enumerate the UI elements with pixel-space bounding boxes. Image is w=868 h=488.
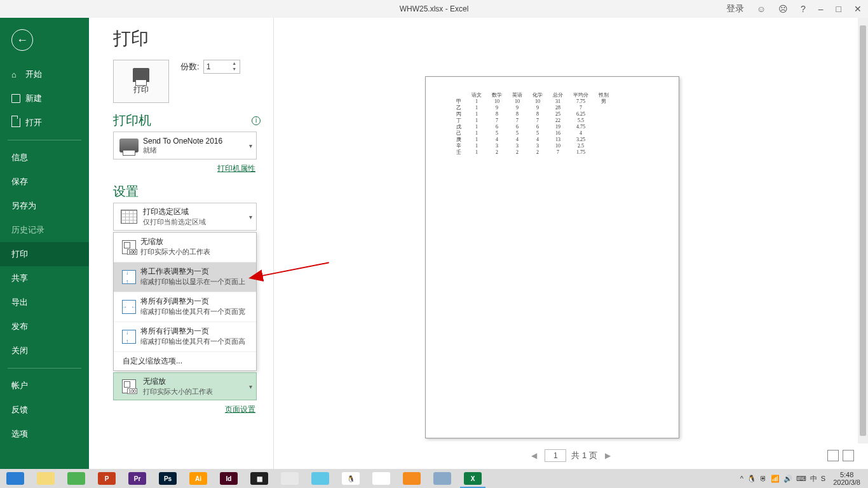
taskbar-app[interactable]: ▦: [244, 469, 275, 488]
home-icon: ⌂: [11, 70, 20, 79]
taskbar-app[interactable]: X: [458, 469, 488, 488]
printer-device-icon: [119, 139, 139, 152]
fit-rows-icon: ↓↑: [122, 330, 136, 344]
sidebar-item-publish[interactable]: 发布: [0, 315, 89, 339]
back-button[interactable]: ←: [11, 29, 33, 51]
chevron-down-icon: ▾: [249, 214, 252, 220]
prev-page-button[interactable]: ◀: [529, 451, 539, 460]
print-settings-column: 打印 打印 份数: 1 ▲▼ 打印机 i Send To OneNote 201…: [89, 18, 273, 469]
maximize-button[interactable]: □: [830, 4, 848, 14]
sidebar-item-open[interactable]: 打开: [0, 111, 89, 135]
sidebar-item-export[interactable]: 导出: [0, 290, 89, 315]
preview-page: 语文数学英语化学总分平均分性别甲1101010317.75男乙1999287丙1…: [425, 76, 679, 438]
copies-input[interactable]: 1 ▲▼: [203, 60, 240, 74]
tray-icon[interactable]: 🐧: [747, 475, 756, 483]
face-happy-icon[interactable]: ☺: [750, 4, 772, 14]
sidebar-item-account[interactable]: 帐户: [0, 374, 89, 398]
face-sad-icon[interactable]: ☹: [772, 4, 794, 14]
current-scaling-selector[interactable]: 100 无缩放 打印实际大小的工作表 ▾: [113, 372, 257, 400]
taskbar-app[interactable]: Pr: [122, 469, 153, 488]
fit-columns-icon: →←: [122, 300, 136, 314]
printer-heading: 打印机: [113, 112, 151, 129]
page-title: 打印: [113, 27, 261, 51]
scale-option-none[interactable]: 100 无缩放打印实际大小的工作表: [114, 233, 256, 262]
vertical-scrollbar[interactable]: [858, 18, 868, 444]
page-total-label: 共 1 页: [571, 450, 597, 461]
tray-icon[interactable]: ⌨: [796, 475, 806, 483]
backstage-sidebar: ← ⌂开始 新建 打开 信息 保存 另存为 历史记录 打印 共享 导出 发布 关…: [0, 18, 89, 469]
help-button[interactable]: ?: [794, 4, 812, 14]
sidebar-item-close[interactable]: 关闭: [0, 339, 89, 363]
no-scale-icon: 100: [122, 379, 136, 393]
taskbar-app[interactable]: P: [92, 469, 122, 488]
sidebar-item-options[interactable]: 选项: [0, 422, 89, 446]
next-page-button[interactable]: ▶: [602, 451, 613, 460]
sidebar-item-info[interactable]: 信息: [0, 146, 89, 170]
tray-icon[interactable]: S: [821, 475, 825, 482]
window-title: WHW25.xlsx - Excel: [400, 4, 469, 13]
minimize-button[interactable]: –: [812, 4, 830, 14]
sidebar-item-share[interactable]: 共享: [0, 266, 89, 290]
new-icon: [11, 94, 20, 103]
scaling-dropdown-list: 100 无缩放打印实际大小的工作表 ↓↑ 将工作表调整为一页缩减打印输出以显示在…: [113, 232, 257, 371]
title-bar: WHW25.xlsx - Excel 登录 ☺ ☹ ? – □ ✕: [0, 0, 868, 18]
tray-icon[interactable]: 中: [810, 474, 817, 484]
taskbar-app[interactable]: Id: [214, 469, 244, 488]
show-margins-button[interactable]: [827, 450, 839, 461]
sidebar-item-history: 历史记录: [0, 218, 89, 242]
page-navigator: ◀ 1 共 1 页 ▶: [274, 446, 868, 465]
scale-option-fit-sheet[interactable]: ↓↑ 将工作表调整为一页缩减打印输出以显示在一个页面上: [114, 262, 256, 292]
fit-sheet-icon: ↓↑: [122, 270, 136, 284]
sidebar-divider: [8, 368, 81, 369]
scale-option-fit-rows[interactable]: ↓↑ 将所有行调整为一页缩减打印输出使其只有一个页面高: [114, 322, 256, 352]
taskbar-app[interactable]: Ai: [183, 469, 214, 488]
open-icon: [11, 118, 20, 127]
custom-scale-option[interactable]: 自定义缩放选项...: [114, 352, 256, 370]
taskbar-app[interactable]: [275, 469, 305, 488]
sidebar-divider: [8, 140, 81, 140]
close-button[interactable]: ✕: [848, 4, 868, 14]
print-preview-area: 语文数学英语化学总分平均分性别甲1101010317.75男乙1999287丙1…: [273, 18, 868, 469]
taskbar-app[interactable]: [427, 469, 458, 488]
taskbar-app[interactable]: [397, 469, 427, 488]
taskbar-app[interactable]: [366, 469, 397, 488]
sidebar-item-home[interactable]: ⌂开始: [0, 62, 89, 86]
settings-heading: 设置: [113, 183, 139, 200]
login-link[interactable]: 登录: [720, 3, 750, 15]
scale-option-fit-columns[interactable]: →← 将所有列调整为一页缩减打印输出使其只有一个页面宽: [114, 292, 256, 322]
info-icon[interactable]: i: [252, 116, 261, 125]
print-area-selector[interactable]: 打印选定区域 仅打印当前选定区域 ▾: [113, 203, 257, 231]
taskbar-clock[interactable]: 5:48 2020/3/8: [828, 471, 865, 486]
selection-grid-icon: [121, 210, 137, 224]
printer-properties-link[interactable]: 打印机属性: [113, 161, 257, 177]
printer-icon: [133, 68, 149, 82]
preview-data-table: 语文数学英语化学总分平均分性别甲1101010317.75男乙1999287丙1…: [451, 92, 614, 156]
page-number-input[interactable]: 1: [545, 449, 566, 462]
taskbar-app[interactable]: 🐧: [336, 469, 366, 488]
printer-selector[interactable]: Send To OneNote 2016 就绪 ▾: [113, 132, 257, 159]
no-scale-icon: 100: [122, 240, 136, 254]
zoom-to-page-button[interactable]: [843, 450, 854, 461]
page-setup-link[interactable]: 页面设置: [113, 402, 257, 417]
spin-down-icon[interactable]: ▼: [231, 67, 238, 72]
taskbar-app[interactable]: [61, 469, 92, 488]
print-button[interactable]: 打印: [113, 60, 169, 103]
tray-icon[interactable]: 🔊: [783, 475, 792, 483]
taskbar: PPrPsAiId▦🐧X ^🐧⛨📶🔊⌨中S 5:48 2020/3/8: [0, 469, 868, 488]
sidebar-item-print[interactable]: 打印: [0, 242, 89, 266]
taskbar-app[interactable]: [305, 469, 336, 488]
taskbar-app[interactable]: [0, 469, 31, 488]
sidebar-item-saveas[interactable]: 另存为: [0, 194, 89, 218]
chevron-down-icon: ▾: [249, 383, 252, 390]
tray-icon[interactable]: 📶: [771, 475, 780, 483]
sidebar-item-feedback[interactable]: 反馈: [0, 398, 89, 422]
tray-overflow-icon[interactable]: ^: [740, 475, 743, 482]
taskbar-app[interactable]: [31, 469, 61, 488]
sidebar-item-save[interactable]: 保存: [0, 170, 89, 194]
spin-up-icon[interactable]: ▲: [231, 61, 238, 67]
tray-icon[interactable]: ⛨: [760, 475, 767, 482]
sidebar-item-new[interactable]: 新建: [0, 86, 89, 111]
taskbar-app[interactable]: Ps: [153, 469, 183, 488]
main-panel: 打印 打印 份数: 1 ▲▼ 打印机 i Send To OneNote 201…: [89, 18, 868, 469]
chevron-down-icon: ▾: [249, 142, 252, 149]
